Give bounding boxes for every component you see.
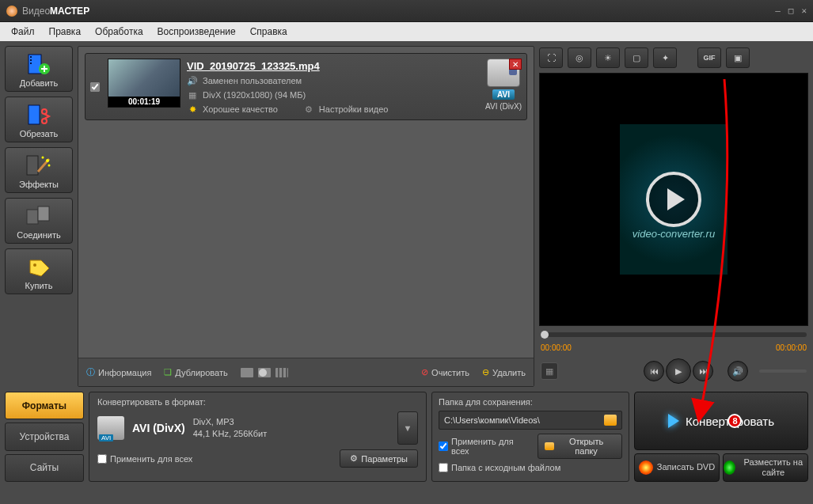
format-details: DivX, MP3 44,1 KHz, 256Кбит [193,416,268,441]
parameters-button[interactable]: ⚙Параметры [340,449,418,468]
crop-tool-button[interactable]: ⛶ [539,47,563,68]
tab-devices[interactable]: Устройства [5,423,84,450]
clear-button[interactable]: ⊘Очистить [421,367,469,377]
format-icon: AVI [97,416,124,440]
gear-icon: ⚙ [303,104,314,115]
menu-bar: Файл Правка Обработка Воспроизведение Сп… [0,22,813,41]
snapshot-button[interactable]: ▦ [541,362,558,380]
view-mode-switcher[interactable] [241,368,288,377]
tab-formats[interactable]: Форматы [5,392,84,419]
menu-file[interactable]: Файл [5,24,41,40]
svg-rect-1 [30,56,32,58]
video-settings-link[interactable]: Настройки видео [319,104,389,114]
svg-rect-5 [28,105,40,124]
svg-point-6 [42,109,47,114]
view-grid-icon[interactable] [275,368,288,377]
delete-button[interactable]: ⊖Удалить [482,367,526,377]
maximize-button[interactable]: □ [788,6,794,16]
file-item[interactable]: 00:01:19 VID_20190725_123325.mp4 🔊Замене… [85,53,527,120]
remove-file-button[interactable]: ✕ [509,59,522,70]
open-folder-button[interactable]: Открыть папку [538,434,622,459]
add-film-icon [23,51,55,77]
burn-dvd-button[interactable]: Записать DVD [634,453,720,482]
menu-edit[interactable]: Правка [43,24,88,40]
info-button[interactable]: ⓘИнформация [86,366,151,378]
folder-icon[interactable] [604,415,617,426]
menu-play[interactable]: Воспроизведение [151,24,242,40]
volume-slider[interactable] [759,369,807,373]
globe-icon [724,460,735,475]
add-button[interactable]: Добавить [5,46,73,92]
menu-help[interactable]: Справка [244,24,294,40]
save-header: Папка для сохранения: [439,397,622,407]
next-button[interactable]: ⏭ [693,361,713,381]
fullscreen-tool-button[interactable]: ▣ [726,47,750,68]
time-total: 00:00:00 [776,343,807,352]
format-dropdown-button[interactable]: ▼ [397,411,418,445]
menu-process[interactable]: Обработка [89,24,150,40]
duration-label: 00:01:19 [108,97,180,107]
preview-area[interactable]: video-converter.ru [539,73,808,326]
gif-tool-button[interactable]: GIF [697,47,721,68]
time-current: 00:00:00 [541,343,572,352]
format-name: AVI (DivX) [132,422,185,434]
volume-button[interactable]: 🔊 [728,361,748,381]
trim-button[interactable]: Обрезать [5,97,73,142]
audio-note: Заменен пользователем [203,76,302,85]
convert-arrow-icon [668,414,679,428]
svg-rect-2 [30,59,32,61]
frame-tool-button[interactable]: ▢ [625,47,648,68]
film-icon: ▦ [187,89,198,100]
magic-wand-icon [23,153,55,178]
dvd-icon [639,460,653,475]
minimize-button[interactable]: — [775,6,781,16]
price-tag-icon [23,254,55,279]
save-path-field[interactable]: C:\Users\компик\Videos\ [439,411,622,430]
svg-rect-3 [30,63,32,64]
svg-point-10 [42,157,44,159]
join-film-icon [23,203,55,229]
format-header: Конвертировать в формат: [97,397,418,407]
convert-button[interactable]: Конвертировать 8 [634,392,808,450]
gear-icon: ⚙ [350,453,358,464]
svg-rect-12 [27,210,38,224]
quality-star-icon: ✸ [187,104,198,115]
svg-point-9 [46,159,49,162]
prev-button[interactable]: ⏮ [644,361,664,381]
brightness-tool-button[interactable]: ☀ [596,47,620,68]
close-button[interactable]: ✕ [801,6,807,16]
file-thumbnail: 00:01:19 [108,59,180,108]
speed-tool-button[interactable]: ✦ [653,47,677,68]
view-list-icon[interactable] [241,368,253,377]
buy-button[interactable]: Купить [5,248,73,294]
format-info: DivX (1920x1080) (94 МБ) [203,90,306,100]
svg-point-14 [33,263,36,267]
seek-bar[interactable] [541,332,807,337]
publish-button[interactable]: Разместить на сайте [723,453,808,482]
play-button[interactable]: ▶ [666,358,691,384]
file-checkbox[interactable] [90,82,100,92]
preview-watermark: video-converter.ru [633,228,715,240]
annotation-marker: 8 [728,414,742,428]
svg-point-11 [48,165,51,167]
play-overlay-icon[interactable] [646,172,701,227]
scissors-film-icon [23,102,55,127]
join-button[interactable]: Соединить [5,198,73,244]
effects-button[interactable]: Эффекты [5,147,73,193]
view-toggle[interactable] [258,368,271,377]
duplicate-button[interactable]: ❏Дублировать [164,367,227,377]
file-name[interactable]: VID_20190725_123325.mp4 [187,60,479,72]
source-folder-checkbox[interactable]: Папка с исходным файлом [439,463,622,472]
format-apply-all-checkbox[interactable]: Применить для всех [97,454,192,464]
save-apply-all-checkbox[interactable]: Применить для всех [439,437,531,456]
app-logo-icon [6,6,17,17]
svg-point-7 [42,119,47,123]
tab-sites[interactable]: Сайты [5,454,84,482]
svg-rect-8 [27,156,38,175]
app-title: ВидеоМАСТЕР [22,6,89,17]
rotate-tool-button[interactable]: ◎ [568,47,591,68]
audio-icon: 🔊 [187,75,198,86]
quality-label: Хорошее качество [203,104,278,114]
svg-rect-13 [38,207,49,221]
